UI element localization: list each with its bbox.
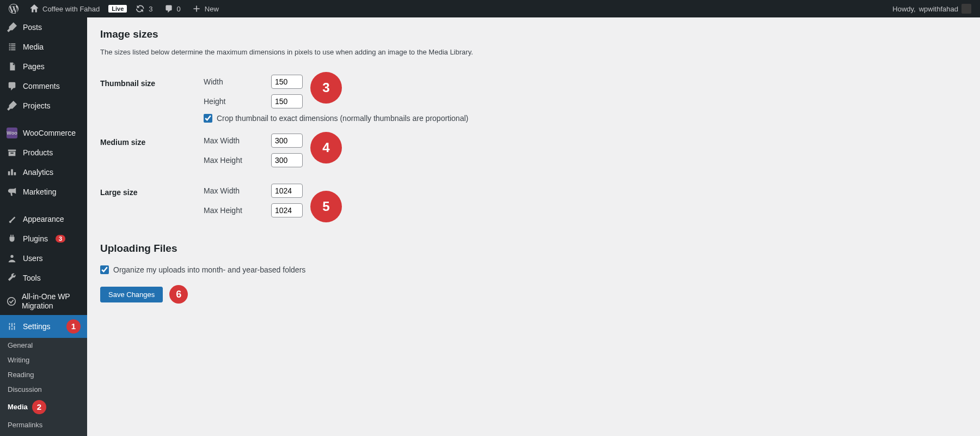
pin-icon (7, 22, 17, 33)
callout-6: 6 (169, 285, 188, 304)
user-icon (7, 253, 17, 264)
new-label: New (205, 5, 219, 13)
submenu-permalinks[interactable]: Permalinks (0, 417, 87, 432)
comment-icon (164, 4, 174, 14)
submenu-general[interactable]: General (0, 338, 87, 353)
plugins-badge: 3 (56, 235, 65, 243)
home-icon (29, 4, 39, 14)
sidebar-item-comments[interactable]: Comments (0, 76, 87, 96)
settings-submenu: General Writing Reading Discussion Media… (0, 338, 87, 436)
sidebar-item-products[interactable]: Products (0, 143, 87, 162)
large-width-label: Max Width (204, 186, 264, 195)
sidebar-item-woocommerce[interactable]: WooWooCommerce (0, 123, 87, 143)
sidebar-item-tools[interactable]: Tools (0, 268, 87, 288)
avatar (961, 4, 971, 14)
sidebar-item-pages[interactable]: Pages (0, 57, 87, 76)
brush-icon (7, 214, 17, 225)
comment-icon (7, 81, 17, 92)
medium-height-input[interactable] (271, 153, 303, 167)
uploading-heading: Uploading Files (100, 243, 967, 255)
sidebar-item-users[interactable]: Users (0, 249, 87, 268)
medium-heading: Medium size (100, 128, 204, 178)
megaphone-icon (7, 186, 17, 197)
admin-bar: Coffee with Fahad Live 3 0 New Howdy, wp… (0, 0, 980, 17)
medium-height-label: Max Height (204, 156, 264, 165)
plus-icon (192, 4, 201, 14)
page-icon (7, 61, 17, 72)
sidebar-item-posts[interactable]: Posts (0, 17, 87, 37)
save-button[interactable]: Save Changes (100, 287, 163, 302)
woo-icon: Woo (7, 128, 17, 138)
wrench-icon (7, 272, 17, 283)
sidebar-item-plugins[interactable]: Plugins3 (0, 229, 87, 249)
plugin-icon (7, 233, 17, 244)
updates-count: 3 (149, 5, 152, 13)
pin-icon (7, 100, 17, 111)
submenu-media[interactable]: Media2 (0, 397, 87, 417)
new-content-link[interactable]: New (187, 0, 223, 17)
crop-checkbox[interactable] (204, 114, 212, 123)
large-width-input[interactable] (271, 184, 303, 198)
live-badge: Live (108, 5, 127, 13)
sidebar-item-media[interactable]: Media (0, 37, 87, 57)
archive-icon (7, 147, 17, 158)
howdy-prefix: Howdy, (892, 5, 915, 13)
wp-logo-link[interactable] (4, 0, 23, 17)
thumbnail-heading: Thumbnail size (100, 69, 204, 128)
sidebar-item-projects[interactable]: Projects (0, 96, 87, 116)
crop-label: Crop thumbnail to exact dimensions (norm… (217, 114, 468, 123)
sidebar-item-appearance[interactable]: Appearance (0, 209, 87, 229)
large-heading: Large size (100, 178, 204, 228)
comments-link[interactable]: 0 (160, 0, 185, 17)
image-sizes-description: The sizes listed below determine the max… (100, 48, 967, 56)
settings-icon (7, 321, 17, 332)
image-sizes-heading: Image sizes (100, 28, 967, 40)
chart-icon (7, 167, 17, 178)
organize-label: Organize my uploads into month- and year… (113, 265, 305, 274)
comments-count: 0 (177, 5, 181, 13)
callout-1: 1 (66, 319, 81, 334)
site-link[interactable]: Coffee with Fahad (25, 0, 104, 17)
large-height-input[interactable] (271, 203, 303, 217)
sidebar-item-analytics[interactable]: Analytics (0, 162, 87, 182)
content-area: Image sizes The sizes listed below deter… (87, 17, 980, 436)
svg-point-0 (8, 298, 15, 305)
medium-width-label: Max Width (204, 136, 264, 145)
submenu-discussion[interactable]: Discussion (0, 382, 87, 397)
callout-2: 2 (32, 400, 46, 414)
submenu-reading[interactable]: Reading (0, 367, 87, 382)
organize-checkbox[interactable] (100, 265, 109, 274)
callout-5: 5 (310, 191, 342, 222)
account-link[interactable]: Howdy, wpwithfahad (888, 0, 976, 17)
sidebar-item-settings[interactable]: Settings 1 (0, 315, 87, 338)
callout-3: 3 (310, 72, 342, 104)
callout-4: 4 (310, 132, 342, 164)
thumb-height-label: Height (204, 97, 264, 106)
wordpress-icon (9, 4, 19, 14)
migrate-icon (7, 296, 16, 307)
username: wpwithfahad (919, 5, 958, 13)
submenu-privacy[interactable]: Privacy (0, 432, 87, 436)
submenu-writing[interactable]: Writing (0, 353, 87, 367)
large-height-label: Max Height (204, 206, 264, 215)
medium-width-input[interactable] (271, 134, 303, 148)
sidebar-item-marketing[interactable]: Marketing (0, 182, 87, 202)
thumb-width-label: Width (204, 77, 264, 86)
sidebar-item-migration[interactable]: All-in-One WP Migration (0, 288, 87, 315)
media-icon (7, 41, 17, 52)
thumb-width-input[interactable] (271, 75, 303, 89)
thumb-height-input[interactable] (271, 94, 303, 108)
site-title: Coffee with Fahad (42, 5, 100, 13)
admin-sidebar: Posts Media Pages Comments Projects WooW… (0, 17, 87, 436)
update-icon (136, 4, 145, 14)
updates-link[interactable]: 3 (131, 0, 157, 17)
